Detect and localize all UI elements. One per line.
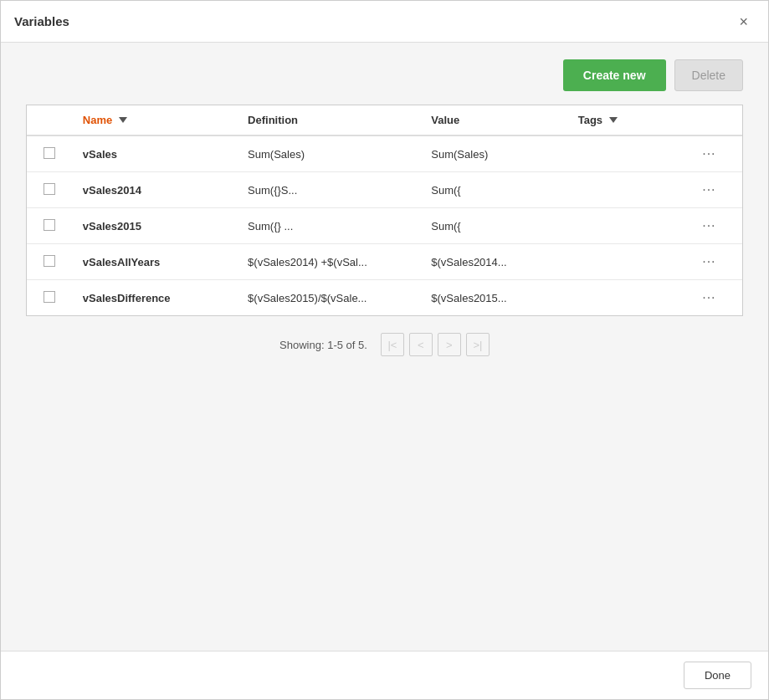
dialog-body: Create new Delete Name Definition [1, 43, 768, 651]
row-more-button[interactable]: ··· [697, 181, 720, 199]
row-tags [568, 244, 688, 280]
row-actions: ··· [687, 208, 742, 244]
row-checkbox[interactable] [44, 255, 55, 267]
row-definition: Sum({} ... [238, 208, 421, 244]
row-checkbox-cell [27, 280, 73, 316]
row-value: Sum({ [421, 208, 567, 244]
table-header-row: Name Definition Value Tags [27, 105, 742, 135]
variables-table: Name Definition Value Tags [27, 105, 742, 315]
row-definition: Sum({}S... [238, 172, 421, 208]
row-checkbox[interactable] [44, 291, 55, 303]
row-tags [568, 172, 688, 208]
table-row: vSalesAllYears $(vSales2014) +$(vSal... … [27, 244, 742, 280]
row-checkbox[interactable] [44, 147, 55, 159]
row-more-button[interactable]: ··· [697, 145, 720, 163]
row-value: $(vSales2014... [421, 244, 567, 280]
col-header-check [27, 105, 73, 135]
row-tags [568, 135, 688, 172]
row-definition: Sum(Sales) [238, 135, 421, 172]
row-checkbox-cell [27, 208, 73, 244]
table-row: vSales2014 Sum({}S... Sum({ ··· [27, 172, 742, 208]
variables-dialog: Variables × Create new Delete Name [0, 0, 769, 700]
row-more-button[interactable]: ··· [697, 253, 720, 271]
col-header-tags: Tags [568, 105, 688, 135]
row-name: vSales2014 [73, 172, 238, 208]
table-row: vSales Sum(Sales) Sum(Sales) ··· [27, 135, 742, 172]
variables-table-wrapper: Name Definition Value Tags [26, 105, 743, 316]
col-header-definition: Definition [238, 105, 421, 135]
row-actions: ··· [687, 172, 742, 208]
row-value: Sum({ [421, 172, 567, 208]
dialog-footer: Done [1, 651, 768, 699]
row-more-button[interactable]: ··· [697, 289, 720, 307]
row-value: Sum(Sales) [421, 135, 567, 172]
col-header-actions [687, 105, 742, 135]
pagination: Showing: 1-5 of 5. |< < > >| [26, 333, 743, 356]
row-actions: ··· [687, 244, 742, 280]
row-actions: ··· [687, 135, 742, 172]
pagination-text: Showing: 1-5 of 5. [279, 339, 367, 351]
row-value: $(vSales2015... [421, 280, 567, 316]
row-tags [568, 208, 688, 244]
page-last-button[interactable]: >| [466, 333, 490, 356]
create-new-button[interactable]: Create new [563, 59, 666, 91]
row-name: vSalesAllYears [73, 244, 238, 280]
row-name: vSales [73, 135, 238, 172]
table-row: vSalesDifference $(vSales2015)/$(vSale..… [27, 280, 742, 316]
page-first-button[interactable]: |< [381, 333, 404, 356]
row-name: vSalesDifference [73, 280, 238, 316]
tags-filter-icon[interactable] [609, 117, 618, 123]
row-more-button[interactable]: ··· [697, 217, 720, 235]
col-header-value: Value [421, 105, 567, 135]
row-checkbox-cell [27, 172, 73, 208]
table-body: vSales Sum(Sales) Sum(Sales) ··· vSales2… [27, 135, 742, 315]
dialog-title: Variables [14, 14, 69, 28]
name-filter-icon[interactable] [119, 117, 127, 123]
col-header-name: Name [73, 105, 238, 135]
toolbar: Create new Delete [26, 59, 743, 91]
row-tags [568, 280, 688, 316]
row-definition: $(vSales2014) +$(vSal... [238, 244, 421, 280]
close-button[interactable]: × [732, 11, 755, 33]
row-checkbox[interactable] [44, 219, 55, 231]
dialog-header: Variables × [1, 1, 768, 43]
row-checkbox-cell [27, 244, 73, 280]
delete-button: Delete [674, 59, 743, 91]
done-button[interactable]: Done [684, 662, 751, 689]
table-row: vSales2015 Sum({} ... Sum({ ··· [27, 208, 742, 244]
row-checkbox-cell [27, 135, 73, 172]
page-next-button[interactable]: > [438, 333, 461, 356]
page-prev-button[interactable]: < [409, 333, 433, 356]
row-definition: $(vSales2015)/$(vSale... [238, 280, 421, 316]
row-name: vSales2015 [73, 208, 238, 244]
row-checkbox[interactable] [44, 183, 55, 195]
row-actions: ··· [687, 280, 742, 316]
